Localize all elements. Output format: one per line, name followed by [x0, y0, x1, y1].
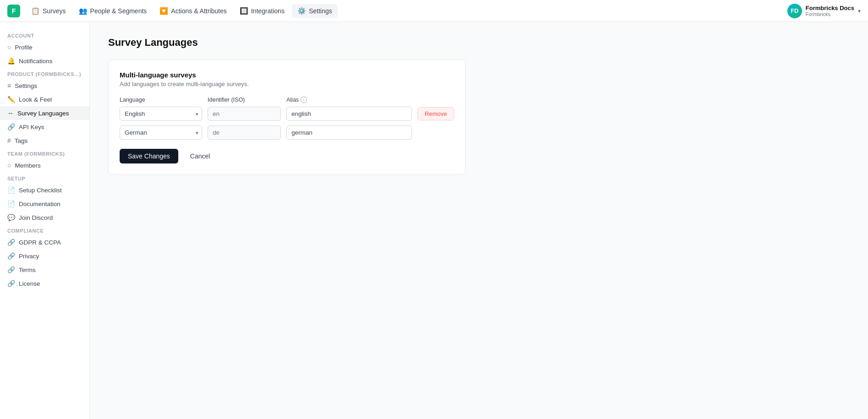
survey-languages-icon: ↔ [7, 109, 14, 117]
user-menu[interactable]: FD Formbricks Docs Formbricks ▾ [787, 4, 861, 18]
language-select-2[interactable]: German English French Spanish [120, 125, 202, 140]
nav-people[interactable]: 👥 People & Segments [73, 4, 153, 18]
card-subtitle: Add languages to create multi-language s… [120, 81, 454, 87]
page-title: Survey Languages [108, 37, 850, 49]
nav-actions-label: Actions & Attributes [171, 7, 226, 15]
integrations-icon: 🔲 [240, 7, 248, 15]
user-org: Formbricks [806, 11, 854, 17]
header-language: Language [120, 97, 202, 103]
nav-actions[interactable]: 🔽 Actions & Attributes [154, 4, 232, 18]
sidebar-item-notifications[interactable]: 🔔 Notifications [0, 54, 89, 68]
user-name: Formbricks Docs [806, 5, 854, 11]
sidebar-item-profile[interactable]: ○ Profile [0, 40, 89, 54]
people-icon: 👥 [79, 7, 88, 15]
survey-languages-card: Multi-language surveys Add languages to … [108, 60, 466, 175]
sidebar-gdpr-label: GDPR & CCPA [19, 239, 61, 246]
sidebar-notifications-label: Notifications [19, 58, 53, 65]
sidebar-license-label: License [19, 280, 40, 287]
header-alias: Alias i [286, 97, 412, 103]
sidebar-settings-label: Settings [15, 82, 37, 89]
sidebar-terms-label: Terms [19, 267, 36, 273]
tags-icon: # [7, 137, 11, 144]
nav-surveys-label: Surveys [43, 7, 66, 15]
look-feel-icon: ✏️ [7, 96, 15, 103]
nav-integrations[interactable]: 🔲 Integrations [234, 4, 290, 18]
sidebar-item-api-keys[interactable]: 🔗 API Keys [0, 120, 89, 134]
app-logo[interactable]: F [7, 5, 20, 17]
nav-integrations-label: Integrations [251, 7, 285, 15]
sidebar-apikeys-label: API Keys [19, 124, 44, 131]
sidebar-item-privacy[interactable]: 🔗 Privacy [0, 249, 89, 263]
gdpr-icon: 🔗 [7, 239, 15, 246]
sidebar-setupchecklist-label: Setup Checklist [19, 187, 62, 194]
sidebar-item-documentation[interactable]: 📄 Documentation [0, 197, 89, 211]
notifications-icon: 🔔 [7, 57, 15, 65]
language-select-wrap-2: German English French Spanish ▾ [120, 125, 202, 140]
sidebar-surveylang-label: Survey Languages [17, 110, 69, 117]
sidebar-item-setup-checklist[interactable]: 📄 Setup Checklist [0, 183, 89, 197]
sidebar-item-tags[interactable]: # Tags [0, 134, 89, 147]
sidebar-profile-label: Profile [15, 44, 32, 51]
sidebar-members-label: Members [15, 162, 40, 169]
account-section-label: ACCOUNT [0, 29, 89, 40]
sidebar-item-members[interactable]: ○ Members [0, 158, 89, 172]
header-identifier: Identifier (ISO) [208, 97, 281, 103]
chevron-down-icon: ▾ [858, 8, 861, 14]
setup-section-label: SETUP [0, 172, 89, 183]
form-actions: Save Changes Cancel [120, 149, 454, 163]
user-info: Formbricks Docs Formbricks [806, 5, 854, 17]
nav-settings-label: Settings [309, 7, 332, 15]
language-select-wrap-1: English German French Spanish ▾ [120, 107, 202, 121]
sidebar-item-join-discord[interactable]: 💬 Join Discord [0, 211, 89, 224]
table-row: English German French Spanish ▾ Remove [120, 107, 454, 121]
documentation-icon: 📄 [7, 200, 15, 207]
table-header-row: Language Identifier (ISO) Alias i [120, 97, 454, 103]
card-header: Multi-language surveys Add languages to … [120, 71, 454, 87]
avatar: FD [787, 4, 802, 18]
alias-input-2[interactable] [286, 125, 412, 140]
settings-icon: ⚙️ [297, 7, 306, 15]
sidebar-item-settings[interactable]: ≡ Settings [0, 79, 89, 93]
product-section-label: PRODUCT (Formbricks...) [0, 68, 89, 79]
sidebar-item-gdpr[interactable]: 🔗 GDPR & CCPA [0, 235, 89, 249]
sidebar-item-survey-languages[interactable]: ↔ Survey Languages [0, 106, 89, 120]
setup-checklist-icon: 📄 [7, 186, 15, 194]
settings-sidebar-icon: ≡ [7, 82, 11, 89]
language-table: Language Identifier (ISO) Alias i Englis… [120, 97, 454, 140]
profile-icon: ○ [7, 44, 11, 51]
sidebar-item-terms[interactable]: 🔗 Terms [0, 263, 89, 277]
discord-icon: 💬 [7, 214, 15, 221]
nav-settings[interactable]: ⚙️ Settings [292, 4, 338, 18]
license-icon: 🔗 [7, 280, 15, 287]
actions-icon: 🔽 [159, 7, 168, 15]
privacy-icon: 🔗 [7, 252, 15, 260]
sidebar: ACCOUNT ○ Profile 🔔 Notifications PRODUC… [0, 22, 90, 419]
sidebar-tags-label: Tags [15, 137, 28, 144]
api-keys-icon: 🔗 [7, 123, 15, 131]
language-select-1[interactable]: English German French Spanish [120, 107, 202, 121]
identifier-input-1 [208, 107, 281, 121]
sidebar-privacy-label: Privacy [19, 253, 39, 260]
team-section-label: TEAM (Formbricks) [0, 147, 89, 158]
sidebar-item-license[interactable]: 🔗 License [0, 277, 89, 290]
sidebar-lookfeel-label: Look & Feel [19, 96, 52, 103]
nav-surveys[interactable]: 📋 Surveys [26, 4, 71, 18]
sidebar-documentation-label: Documentation [19, 201, 60, 207]
table-row: German English French Spanish ▾ [120, 125, 454, 140]
surveys-icon: 📋 [31, 7, 40, 15]
compliance-section-label: COMPLIANCE [0, 224, 89, 235]
cancel-button[interactable]: Cancel [184, 149, 217, 163]
terms-icon: 🔗 [7, 266, 15, 273]
identifier-input-2 [208, 125, 281, 140]
main-content: Survey Languages Multi-language surveys … [90, 22, 868, 419]
nav-people-label: People & Segments [90, 7, 147, 15]
members-icon: ○ [7, 162, 11, 169]
layout: ACCOUNT ○ Profile 🔔 Notifications PRODUC… [0, 22, 868, 419]
header-actions [418, 97, 454, 103]
save-changes-button[interactable]: Save Changes [120, 149, 178, 163]
alias-info-icon[interactable]: i [301, 97, 307, 103]
sidebar-item-look-feel[interactable]: ✏️ Look & Feel [0, 93, 89, 106]
sidebar-discord-label: Join Discord [19, 214, 53, 221]
remove-button-1[interactable]: Remove [418, 107, 454, 120]
alias-input-1[interactable] [286, 107, 412, 121]
